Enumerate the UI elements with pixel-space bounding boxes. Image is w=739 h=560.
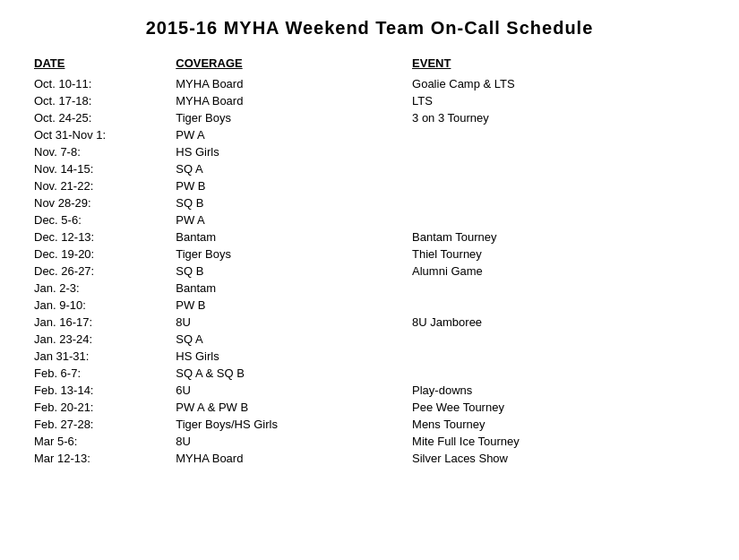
cell-coverage: SQ A	[168, 160, 405, 177]
cell-date: Nov. 21-22:	[27, 177, 168, 194]
cell-date: Oct. 10-11:	[27, 75, 168, 92]
cell-date: Jan. 2-3:	[27, 280, 168, 297]
table-row: Nov. 14-15:SQ A	[27, 160, 712, 177]
table-header-row: DATE COVERAGE EVENT	[27, 55, 712, 75]
cell-coverage: 8U	[168, 433, 405, 450]
cell-event: Alumni Game	[405, 263, 712, 280]
cell-event	[405, 177, 712, 194]
cell-event: Goalie Camp & LTS	[405, 75, 712, 92]
cell-event	[405, 211, 712, 228]
cell-event: LTS	[405, 92, 712, 109]
cell-coverage: SQ A & SQ B	[168, 365, 405, 382]
table-row: Jan. 9-10:PW B	[27, 297, 712, 314]
cell-coverage: PW B	[168, 297, 405, 314]
cell-coverage: SQ A	[168, 331, 405, 348]
table-row: Jan. 23-24:SQ A	[27, 331, 712, 348]
table-row: Feb. 6-7:SQ A & SQ B	[27, 365, 712, 382]
table-row: Dec. 5-6:PW A	[27, 211, 712, 228]
table-row: Oct 31-Nov 1:PW A	[27, 126, 712, 143]
table-row: Feb. 27-28:Tiger Boys/HS GirlsMens Tourn…	[27, 416, 712, 433]
cell-event: Pee Wee Tourney	[405, 399, 712, 416]
table-row: Jan. 2-3:Bantam	[27, 280, 712, 297]
cell-date: Nov. 7-8:	[27, 143, 168, 160]
cell-date: Jan. 23-24:	[27, 331, 168, 348]
table-row: Oct. 10-11:MYHA BoardGoalie Camp & LTS	[27, 75, 712, 92]
schedule-body: Oct. 10-11:MYHA BoardGoalie Camp & LTSOc…	[27, 75, 712, 467]
table-row: Nov. 21-22:PW B	[27, 177, 712, 194]
table-row: Dec. 19-20:Tiger BoysThiel Tourney	[27, 246, 712, 263]
cell-event: 3 on 3 Tourney	[405, 109, 712, 126]
table-row: Nov 28-29:SQ B	[27, 194, 712, 211]
table-row: Nov. 7-8:HS Girls	[27, 143, 712, 160]
cell-date: Oct. 24-25:	[27, 109, 168, 126]
cell-date: Dec. 19-20:	[27, 246, 168, 263]
cell-event: Bantam Tourney	[405, 228, 712, 246]
cell-coverage: SQ B	[168, 194, 405, 211]
table-row: Oct. 24-25:Tiger Boys3 on 3 Tourney	[27, 109, 712, 126]
cell-event	[405, 143, 712, 160]
header-event: EVENT	[405, 55, 712, 75]
table-row: Dec. 12-13:BantamBantam Tourney	[27, 228, 712, 246]
cell-coverage: 8U	[168, 314, 405, 331]
header-date: DATE	[27, 55, 168, 75]
cell-date: Jan. 16-17:	[27, 314, 168, 331]
cell-event	[405, 280, 712, 297]
cell-coverage: HS Girls	[168, 143, 405, 160]
table-row: Feb. 20-21:PW A & PW BPee Wee Tourney	[27, 399, 712, 416]
cell-event: Mens Tourney	[405, 416, 712, 433]
cell-date: Mar 5-6:	[27, 433, 168, 450]
table-row: Oct. 17-18:MYHA BoardLTS	[27, 92, 712, 109]
cell-date: Mar 12-13:	[27, 450, 168, 467]
cell-event: Mite Full Ice Tourney	[405, 433, 712, 450]
cell-coverage: PW B	[168, 177, 405, 194]
table-row: Dec. 26-27:SQ BAlumni Game	[27, 263, 712, 280]
cell-date: Feb. 27-28:	[27, 416, 168, 433]
cell-date: Nov 28-29:	[27, 194, 168, 211]
cell-event	[405, 160, 712, 177]
schedule-table: DATE COVERAGE EVENT Oct. 10-11:MYHA Boar…	[27, 55, 712, 467]
cell-coverage: MYHA Board	[168, 75, 405, 92]
cell-event: 8U Jamboree	[405, 314, 712, 331]
cell-coverage: PW A	[168, 211, 405, 228]
cell-event: Thiel Tourney	[405, 246, 712, 263]
cell-date: Feb. 20-21:	[27, 399, 168, 416]
cell-coverage: 6U	[168, 382, 405, 399]
cell-event	[405, 331, 712, 348]
cell-date: Dec. 12-13:	[27, 228, 168, 246]
cell-coverage: PW A	[168, 126, 405, 143]
table-row: Mar 5-6:8UMite Full Ice Tourney	[27, 433, 712, 450]
cell-event	[405, 126, 712, 143]
cell-date: Dec. 26-27:	[27, 263, 168, 280]
cell-event	[405, 194, 712, 211]
cell-coverage: Tiger Boys/HS Girls	[168, 416, 405, 433]
cell-coverage: Bantam	[168, 228, 405, 246]
cell-coverage: HS Girls	[168, 348, 405, 365]
cell-date: Feb. 13-14:	[27, 382, 168, 399]
cell-coverage: Tiger Boys	[168, 246, 405, 263]
cell-coverage: PW A & PW B	[168, 399, 405, 416]
table-row: Jan 31-31:HS Girls	[27, 348, 712, 365]
cell-event	[405, 365, 712, 382]
cell-date: Oct. 17-18:	[27, 92, 168, 109]
table-row: Feb. 13-14:6UPlay-downs	[27, 382, 712, 399]
cell-coverage: Bantam	[168, 280, 405, 297]
cell-date: Jan 31-31:	[27, 348, 168, 365]
table-row: Mar 12-13:MYHA BoardSilver Laces Show	[27, 450, 712, 467]
page-title: 2015-16 MYHA Weekend Team On-Call Schedu…	[27, 18, 712, 39]
cell-date: Feb. 6-7:	[27, 365, 168, 382]
header-coverage: COVERAGE	[168, 55, 405, 75]
cell-date: Dec. 5-6:	[27, 211, 168, 228]
cell-event: Play-downs	[405, 382, 712, 399]
cell-event: Silver Laces Show	[405, 450, 712, 467]
cell-date: Oct 31-Nov 1:	[27, 126, 168, 143]
table-row: Jan. 16-17:8U8U Jamboree	[27, 314, 712, 331]
cell-event	[405, 297, 712, 314]
cell-date: Nov. 14-15:	[27, 160, 168, 177]
cell-coverage: MYHA Board	[168, 450, 405, 467]
cell-event	[405, 348, 712, 365]
cell-coverage: SQ B	[168, 263, 405, 280]
cell-date: Jan. 9-10:	[27, 297, 168, 314]
cell-coverage: Tiger Boys	[168, 109, 405, 126]
cell-coverage: MYHA Board	[168, 92, 405, 109]
